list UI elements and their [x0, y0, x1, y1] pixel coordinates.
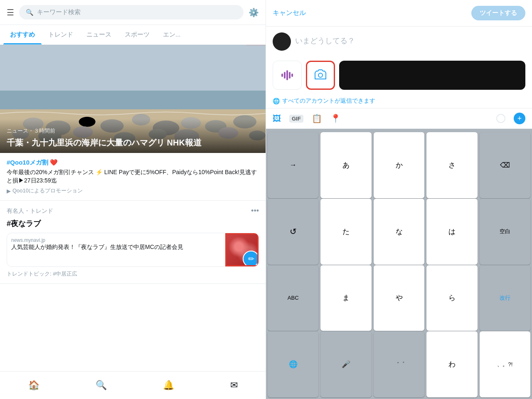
svg-rect-23	[289, 72, 291, 79]
tab-recommended[interactable]: おすすめ	[3, 25, 42, 44]
key-ya[interactable]: や	[374, 265, 424, 331]
ad-title: #Qoo10メガ割 ❤️	[7, 159, 259, 167]
search-icon: 🔍	[26, 9, 34, 16]
home-nav-icon[interactable]: 🏠	[25, 377, 43, 394]
key-ta[interactable]: た	[320, 199, 371, 265]
news-image: NHK	[0, 45, 266, 153]
media-preview-area	[266, 57, 532, 94]
key-ha[interactable]: は	[426, 199, 477, 265]
ad-feed-item[interactable]: #Qoo10メガ割 ❤️ 今年最後の20%メガ割引チャンス ⚡ LINE Pay…	[0, 153, 266, 201]
tab-trends[interactable]: トレンド	[42, 25, 80, 44]
key-undo[interactable]: ↺	[268, 199, 318, 265]
trend-card-title: 人気芸能人が婚約発表！『夜なラブ』生放送で中居MCの記者会見	[11, 243, 216, 251]
tweet-avatar	[273, 32, 291, 51]
search-bar[interactable]: 🔍 キーワード検索	[19, 5, 244, 20]
key-return[interactable]: 改行	[480, 265, 530, 331]
right-panel: キャンセル ツイートする いまどうしてる？ 🌐	[266, 0, 532, 399]
gif-toolbar-button[interactable]: GIF	[289, 115, 303, 123]
key-globe[interactable]: 🌐	[268, 331, 318, 397]
key-ra[interactable]: ら	[426, 265, 477, 331]
key-a[interactable]: あ	[320, 132, 371, 198]
bottom-nav: 🏠 🔍 🔔 ✉	[0, 371, 266, 399]
media-black-preview	[339, 61, 525, 90]
tabs-row: おすすめ トレンド ニュース スポーツ エン...	[0, 25, 266, 45]
key-arrow[interactable]: →	[268, 132, 318, 198]
svg-rect-22	[286, 70, 288, 80]
ad-source-icon: ▶	[7, 188, 11, 194]
trend-card-image: ✏	[225, 233, 259, 266]
key-backspace[interactable]: ⌫	[480, 132, 530, 198]
tab-news[interactable]: ニュース	[80, 25, 118, 44]
keyboard-row-4: 🌐 🎤 ゛゜ わ 、。?!	[268, 331, 530, 397]
trend-more-button[interactable]: •••	[251, 207, 259, 215]
svg-rect-0	[0, 45, 266, 95]
keyboard-row-3: ABC ま や ら 改行	[268, 265, 530, 331]
key-abc[interactable]: ABC	[268, 265, 318, 331]
svg-rect-1	[0, 91, 266, 111]
char-count-circle	[496, 114, 505, 123]
trend-section: 有名人・トレンド ••• #夜なラブ news.mynavi.jp 人気芸能人が…	[0, 201, 266, 284]
top-bar: ☰ 🔍 キーワード検索 ⚙️	[0, 0, 266, 25]
tweet-header: キャンセル ツイートする	[266, 0, 532, 27]
ad-source-text: Qoo10によるプロモーション	[12, 187, 83, 195]
trend-tag[interactable]: #夜なラブ	[7, 219, 259, 229]
messages-nav-icon[interactable]: ✉	[227, 377, 241, 394]
trend-card-site: news.mynavi.jp	[11, 237, 216, 243]
news-card[interactable]: NHK	[0, 45, 266, 153]
key-dakuten[interactable]: ゛゜	[374, 331, 424, 397]
reply-permission-text: すべてのアカウントが返信できます	[282, 97, 375, 105]
waveform-icon	[280, 68, 295, 83]
tweet-compose-area: いまどうしてる？	[266, 27, 532, 57]
globe-icon: 🌐	[273, 98, 280, 104]
key-na[interactable]: な	[374, 199, 424, 265]
tab-entertainment[interactable]: エン...	[156, 25, 187, 44]
compose-fab[interactable]: ✏	[243, 251, 259, 266]
news-text-overlay: ニュース・３時間前 千葉・九十九里浜の海岸に大量のハマグリ NHK報道	[0, 119, 266, 153]
notifications-nav-icon[interactable]: 🔔	[160, 377, 177, 394]
tab-sports[interactable]: スポーツ	[118, 25, 156, 44]
trend-label: 有名人・トレンド	[7, 207, 53, 215]
reply-permission[interactable]: 🌐 すべてのアカウントが返信できます	[266, 94, 532, 108]
cancel-button[interactable]: キャンセル	[273, 9, 306, 17]
search-nav-icon[interactable]: 🔍	[92, 377, 110, 394]
trend-card-content: news.mynavi.jp 人気芸能人が婚約発表！『夜なラブ』生放送で中居MC…	[7, 233, 220, 266]
tweet-input-area[interactable]: いまどうしてる？	[295, 32, 525, 51]
svg-rect-21	[284, 72, 286, 79]
svg-point-25	[318, 73, 323, 77]
voice-memo-box[interactable]	[273, 61, 302, 90]
news-headline: 千葉・九十九里浜の海岸に大量のハマグリ NHK報道	[7, 137, 259, 148]
svg-rect-24	[291, 74, 293, 77]
poll-toolbar-icon[interactable]: 📋	[312, 113, 322, 123]
svg-rect-20	[281, 74, 283, 77]
key-punctuation[interactable]: 、。?!	[480, 331, 530, 397]
key-wa[interactable]: わ	[426, 331, 477, 397]
key-ma[interactable]: ま	[320, 265, 371, 331]
camera-icon	[313, 68, 328, 83]
add-thread-button[interactable]: +	[514, 113, 525, 124]
camera-button[interactable]	[306, 61, 335, 90]
tweet-placeholder: いまどうしてる？	[295, 36, 525, 46]
toolbar-row: 🖼 GIF 📋 📍 +	[266, 108, 532, 129]
image-toolbar-icon[interactable]: 🖼	[273, 114, 281, 123]
trend-card[interactable]: news.mynavi.jp 人気芸能人が婚約発表！『夜なラブ』生放送で中居MC…	[7, 233, 259, 267]
location-toolbar-icon[interactable]: 📍	[330, 113, 341, 123]
trend-header: 有名人・トレンド •••	[7, 207, 259, 215]
news-category: ニュース・３時間前	[7, 127, 259, 135]
left-panel: ☰ 🔍 キーワード検索 ⚙️ おすすめ トレンド ニュース スポーツ エン...…	[0, 0, 266, 399]
key-ka[interactable]: か	[374, 132, 424, 198]
keyboard-row-2: ↺ た な は 空白	[268, 199, 530, 265]
key-sa[interactable]: さ	[426, 132, 477, 198]
ad-body: 今年最後の20%メガ割引チャンス ⚡ LINE Payで更に5%OFF、Paid…	[7, 168, 259, 185]
japanese-keyboard: → あ か さ ⌫ ↺ た な は 空白 ABC ま や ら 改行 🌐 🎤 ゛゜…	[266, 129, 532, 399]
settings-icon[interactable]: ⚙️	[249, 7, 259, 17]
ad-source: ▶ Qoo10によるプロモーション	[7, 187, 259, 195]
trend-topic: トレンドトピック: #中居正広	[7, 270, 259, 278]
key-space[interactable]: 空白	[480, 199, 530, 265]
tweet-button[interactable]: ツイートする	[471, 6, 525, 20]
keyboard-row-1: → あ か さ ⌫	[268, 132, 530, 198]
key-mic[interactable]: 🎤	[320, 331, 371, 397]
search-placeholder: キーワード検索	[37, 8, 81, 16]
menu-icon[interactable]: ☰	[7, 7, 14, 17]
